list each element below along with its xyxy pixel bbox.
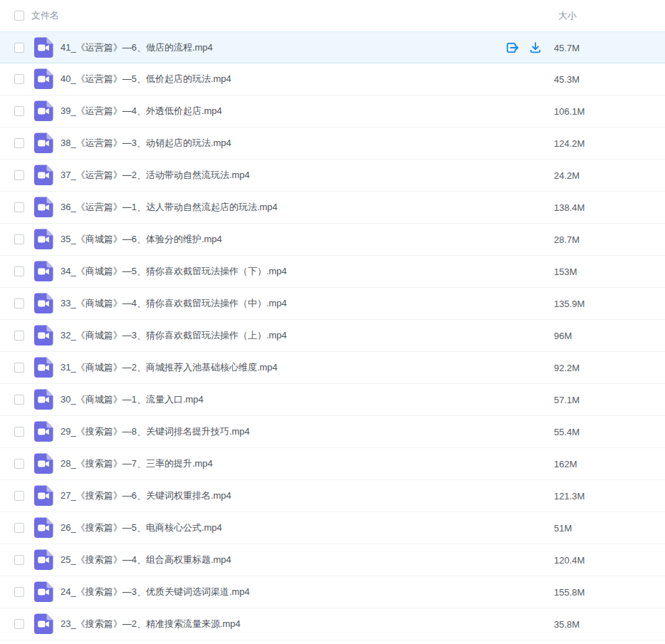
file-name[interactable]: 34_《商城篇》—5、猜你喜欢截留玩法操作（下）.mp4 [61,265,494,278]
file-name[interactable]: 27_《搜索篇》—6、关键词权重排名.mp4 [61,489,494,502]
video-file-icon [33,581,53,603]
table-row[interactable]: 37_《运营篇》—2、活动带动自然流玩法.mp4 [0,160,665,192]
file-size: 45.3M [554,74,580,85]
file-size: 51M [554,523,572,534]
file-size: 35.8M [554,619,580,630]
video-file-icon [33,197,53,218]
video-file-icon [33,133,53,154]
row-checkbox[interactable] [14,43,24,53]
file-name[interactable]: 32_《商城篇》—3、猜你喜欢截留玩法操作（上）.mp4 [61,329,494,342]
file-name[interactable]: 29_《搜索篇》—8、关键词排名提升技巧.mp4 [61,425,494,438]
row-checkbox[interactable] [14,202,24,212]
table-row[interactable]: 32_《商城篇》—3、猜你喜欢截留玩法操作（上）.mp4 [0,320,665,352]
table-row[interactable]: 40_《运营篇》—5、低价起店的玩法.mp4 [0,63,665,95]
table-row[interactable]: 30_《商城篇》—1、流量入口.mp4 [0,384,665,416]
file-size: 55.4M [554,427,580,437]
video-file-icon [33,421,53,442]
table-row[interactable]: 24_《搜索篇》—3、优质关键词选词渠道.mp4 [0,576,665,608]
row-checkbox[interactable] [14,170,24,180]
file-size: 121.3M [554,491,585,502]
table-row[interactable]: 39_《运营篇》—4、外透低价起店.mp4 [0,95,665,128]
row-checkbox[interactable] [14,74,24,84]
file-name[interactable]: 40_《运营篇》—5、低价起店的玩法.mp4 [61,73,494,85]
file-name[interactable]: 33_《商城篇》—4、猜你喜欢截留玩法操作（中）.mp4 [61,297,494,310]
video-file-icon [33,517,53,539]
file-name[interactable]: 25_《搜索篇》—4、组合高权重标题.mp4 [61,554,494,566]
table-row[interactable]: 25_《搜索篇》—4、组合高权重标题.mp4 [0,544,665,576]
file-size: 106.1M [554,106,585,117]
size-column-header: 大小 [558,9,577,22]
download-icon[interactable] [528,40,543,56]
row-checkbox[interactable] [14,619,24,629]
table-row[interactable]: 34_《商城篇》—5、猜你喜欢截留玩法操作（下）.mp4 [0,256,665,288]
table-row[interactable]: 29_《搜索篇》—8、关键词排名提升技巧.mp4 [0,416,665,448]
video-file-icon [33,261,53,282]
row-checkbox[interactable] [14,395,24,405]
video-file-icon [33,453,53,474]
share-icon[interactable] [504,40,520,56]
row-checkbox[interactable] [14,587,24,597]
row-checkbox[interactable] [14,298,24,308]
file-name[interactable]: 41_《运营篇》—6、做店的流程.mp4 [61,41,494,54]
filename-column-header: 文件名 [31,9,59,22]
table-row[interactable]: 28_《搜索篇》—7、三率的提升.mp4 [0,448,665,480]
list-header: 文件名 大小 [0,0,665,31]
video-file-icon [33,325,53,346]
file-name[interactable]: 23_《搜索篇》—2、精准搜索流量来源.mp4 [61,618,494,630]
video-file-icon [33,613,53,635]
row-checkbox[interactable] [14,459,24,469]
table-row[interactable]: 26_《搜索篇》—5、电商核心公式.mp4 [0,512,665,544]
row-checkbox[interactable] [14,138,24,148]
file-name[interactable]: 37_《运营篇》—2、活动带动自然流玩法.mp4 [61,169,494,182]
file-name[interactable]: 28_《搜索篇》—7、三率的提升.mp4 [61,457,494,470]
table-row[interactable]: 27_《搜索篇》—6、关键词权重排名.mp4 [0,480,665,512]
video-file-icon [33,229,53,250]
row-checkbox[interactable] [14,106,24,116]
file-size: 24.2M [554,170,580,181]
row-checkbox[interactable] [14,363,24,373]
video-file-icon [33,389,53,410]
file-size: 162M [554,459,577,469]
video-file-icon [33,549,53,571]
row-checkbox[interactable] [14,491,24,501]
table-row[interactable]: 38_《运营篇》—3、动销起店的玩法.mp4 [0,128,665,160]
table-row[interactable]: 31_《商城篇》—2、商城推荐入池基础核心维度.mp4 [0,352,665,384]
row-checkbox[interactable] [14,234,24,244]
video-file-icon [33,37,53,58]
file-size: 45.7M [554,42,580,53]
file-name[interactable]: 36_《运营篇》—1、达人带动自然流起店的玩法.mp4 [61,201,494,214]
row-checkbox[interactable] [14,555,24,565]
select-all-checkbox[interactable] [14,11,24,21]
file-name[interactable]: 30_《商城篇》—1、流量入口.mp4 [61,393,494,406]
video-file-icon [33,165,53,186]
file-size: 92.2M [554,363,580,373]
row-checkbox[interactable] [14,331,24,341]
video-file-icon [33,68,53,90]
video-file-icon [33,357,53,378]
file-name[interactable]: 31_《商城篇》—2、商城推荐入池基础核心维度.mp4 [61,361,494,374]
file-size: 28.7M [554,234,580,245]
row-checkbox[interactable] [14,427,24,437]
table-row[interactable]: 23_《搜索篇》—2、精准搜索流量来源.mp4 [0,608,665,640]
file-size: 153M [554,266,577,277]
file-size: 96M [554,331,572,341]
table-row[interactable]: 41_《运营篇》—6、做店的流程.mp4 [0,31,665,63]
video-file-icon [33,293,53,314]
file-name[interactable]: 38_《运营篇》—3、动销起店的玩法.mp4 [61,137,494,150]
video-file-icon [33,100,53,122]
table-row[interactable]: 36_《运营篇》—1、达人带动自然流起店的玩法.mp4 [0,192,665,224]
file-size: 135.9M [554,298,585,309]
file-name[interactable]: 24_《搜索篇》—3、优质关键词选词渠道.mp4 [61,586,494,598]
file-name[interactable]: 39_《运营篇》—4、外透低价起店.mp4 [61,105,494,118]
row-checkbox[interactable] [14,266,24,276]
table-row[interactable]: 33_《商城篇》—4、猜你喜欢截留玩法操作（中）.mp4 [0,288,665,320]
table-row[interactable]: 35_《商城篇》—6、体验分的维护.mp4 [0,224,665,256]
file-size: 124.2M [554,138,585,149]
video-file-icon [33,485,53,507]
file-list: 41_《运营篇》—6、做店的流程.mp4 [0,31,665,640]
row-checkbox[interactable] [14,523,24,533]
row-actions [504,40,543,56]
file-name[interactable]: 35_《商城篇》—6、体验分的维护.mp4 [61,233,494,246]
file-size: 138.4M [554,202,585,213]
file-name[interactable]: 26_《搜索篇》—5、电商核心公式.mp4 [61,521,494,534]
